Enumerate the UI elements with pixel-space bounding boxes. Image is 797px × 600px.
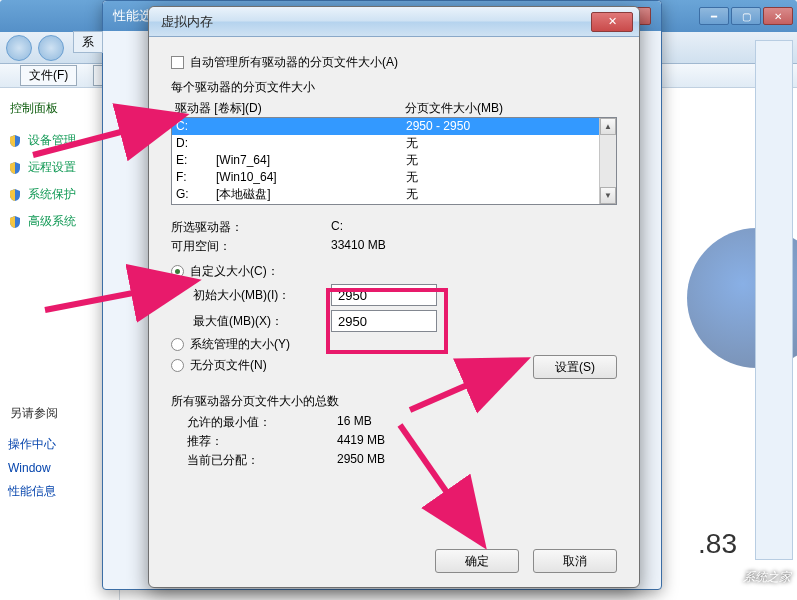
cur-value: 2950 MB <box>337 452 385 469</box>
cancel-button[interactable]: 取消 <box>533 549 617 573</box>
shield-icon <box>8 161 22 175</box>
right-panel-sliver <box>755 40 793 560</box>
watermark-logo-icon <box>699 562 735 592</box>
virtual-memory-dialog: 虚拟内存 ✕ 自动管理所有驱动器的分页文件大小(A) 每个驱动器的分页文件大小 … <box>148 6 640 588</box>
initial-size-input[interactable] <box>331 284 437 306</box>
menu-file[interactable]: 文件(F) <box>20 65 77 86</box>
drive-row[interactable]: G:[本地磁盘]无 <box>172 186 599 203</box>
drive-row[interactable]: C:2950 - 2950 <box>172 118 599 135</box>
sidebar-item-label: 系统保护 <box>28 186 76 203</box>
drive-list-header: 驱动器 [卷标](D) 分页文件大小(MB) <box>171 100 617 117</box>
radio-custom-label: 自定义大小(C)： <box>190 263 279 280</box>
close-button[interactable]: ✕ <box>763 7 793 25</box>
radio-none[interactable] <box>171 359 184 372</box>
drive-row[interactable]: D:无 <box>172 135 599 152</box>
link-action-center[interactable]: 操作中心 <box>4 432 115 457</box>
sidebar-item-label: 设备管理 <box>28 132 76 149</box>
listbox-scrollbar[interactable]: ▲ ▼ <box>599 118 616 204</box>
radio-none-label: 无分页文件(N) <box>190 357 267 374</box>
auto-manage-label: 自动管理所有驱动器的分页文件大小(A) <box>190 54 398 71</box>
drive-row[interactable]: F:[Win10_64]无 <box>172 169 599 186</box>
shield-icon <box>8 188 22 202</box>
link-windows[interactable]: Window <box>4 457 115 479</box>
drive-listbox[interactable]: C:2950 - 2950 D:无 E:[Win7_64]无 F:[Win10_… <box>171 117 617 205</box>
watermark-text: 系统之家 <box>743 569 791 586</box>
radio-system-label: 系统管理的大小(Y) <box>190 336 290 353</box>
max-size-label: 最大值(MB)(X)： <box>193 313 331 330</box>
col-drive: 驱动器 [卷标](D) <box>175 100 405 117</box>
initial-size-label: 初始大小(MB)(I)： <box>193 287 331 304</box>
radio-custom[interactable] <box>171 265 184 278</box>
scroll-up-icon[interactable]: ▲ <box>600 118 616 135</box>
sidebar-item-protection[interactable]: 系统保护 <box>4 181 115 208</box>
shield-icon <box>8 134 22 148</box>
sys-tab-fragment: 系 <box>73 31 103 53</box>
scroll-down-icon[interactable]: ▼ <box>600 187 616 204</box>
drive-row[interactable]: E:[Win7_64]无 <box>172 152 599 169</box>
shield-icon <box>8 215 22 229</box>
radio-system[interactable] <box>171 338 184 351</box>
forward-button[interactable] <box>38 35 64 61</box>
see-also-heading: 另请参阅 <box>4 405 115 422</box>
selected-drive-label: 所选驱动器： <box>171 219 331 236</box>
free-space-label: 可用空间： <box>171 238 331 255</box>
free-space-value: 33410 MB <box>331 238 386 255</box>
radio-none-row[interactable]: 无分页文件(N) <box>171 357 267 374</box>
set-button[interactable]: 设置(S) <box>533 355 617 379</box>
sidebar-heading: 控制面板 <box>4 100 115 117</box>
per-drive-label: 每个驱动器的分页文件大小 <box>171 79 617 96</box>
back-button[interactable] <box>6 35 32 61</box>
radio-system-row[interactable]: 系统管理的大小(Y) <box>171 336 617 353</box>
scroll-track[interactable] <box>600 135 616 187</box>
auto-manage-checkbox[interactable] <box>171 56 184 69</box>
auto-manage-row[interactable]: 自动管理所有驱动器的分页文件大小(A) <box>171 54 617 71</box>
col-size: 分页文件大小(MB) <box>405 100 503 117</box>
sidebar-item-device-mgr[interactable]: 设备管理 <box>4 127 115 154</box>
radio-custom-row[interactable]: 自定义大小(C)： <box>171 263 617 280</box>
sidebar-item-label: 远程设置 <box>28 159 76 176</box>
minimize-button[interactable]: ━ <box>699 7 729 25</box>
ok-button[interactable]: 确定 <box>435 549 519 573</box>
sidebar-item-label: 高级系统 <box>28 213 76 230</box>
dialog-titlebar: 虚拟内存 ✕ <box>149 7 639 37</box>
rating-score: .83 <box>698 528 737 560</box>
link-perf-info[interactable]: 性能信息 <box>4 479 115 504</box>
sidebar-item-advanced[interactable]: 高级系统 <box>4 208 115 235</box>
dialog-title: 虚拟内存 <box>161 13 213 31</box>
rec-value: 4419 MB <box>337 433 385 450</box>
totals-heading: 所有驱动器分页文件大小的总数 <box>171 393 617 410</box>
min-label: 允许的最小值： <box>187 414 337 431</box>
sidebar-item-remote[interactable]: 远程设置 <box>4 154 115 181</box>
min-value: 16 MB <box>337 414 372 431</box>
rec-label: 推荐： <box>187 433 337 450</box>
watermark: 系统之家 <box>699 562 791 592</box>
close-button[interactable]: ✕ <box>591 12 633 32</box>
cur-label: 当前已分配： <box>187 452 337 469</box>
max-size-input[interactable] <box>331 310 437 332</box>
maximize-button[interactable]: ▢ <box>731 7 761 25</box>
selected-drive-value: C: <box>331 219 343 236</box>
